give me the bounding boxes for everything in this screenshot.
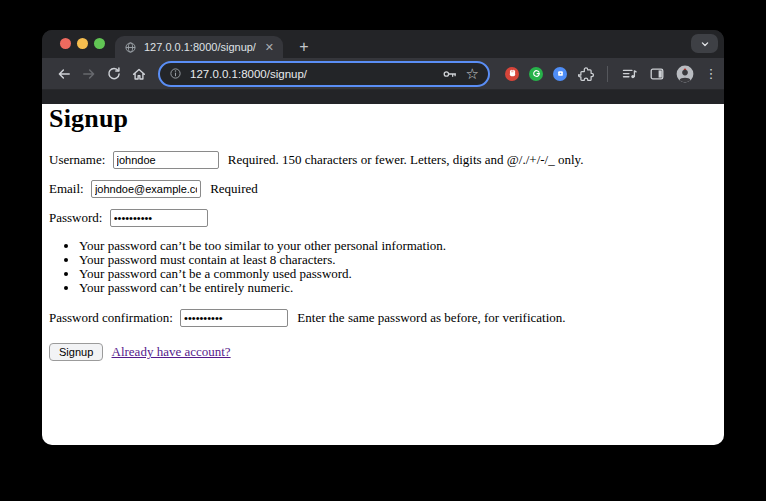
password-row: Password: bbox=[49, 209, 717, 227]
globe-favicon-icon bbox=[124, 41, 137, 54]
password-confirmation-input[interactable] bbox=[180, 309, 288, 327]
hand-stop-icon bbox=[507, 68, 518, 79]
tab-title: 127.0.0.1:8000/signup/ bbox=[144, 41, 258, 53]
email-field[interactable] bbox=[91, 180, 201, 198]
chevron-down-icon bbox=[699, 38, 711, 50]
puzzle-piece-icon bbox=[578, 66, 594, 82]
tab-strip: 127.0.0.1:8000/signup/ ✕ + bbox=[42, 30, 724, 58]
password-rule-item: Your password can’t be too similar to yo… bbox=[79, 239, 717, 252]
media-controls-button[interactable] bbox=[620, 65, 638, 83]
address-bar[interactable]: 127.0.0.1:8000/signup/ ☆ bbox=[158, 61, 490, 87]
adblock-extension-button[interactable] bbox=[505, 67, 519, 81]
password-manager-button[interactable] bbox=[442, 66, 458, 82]
username-row: Username: Required. 150 characters or fe… bbox=[49, 151, 717, 169]
email-row: Email: Required bbox=[49, 180, 717, 198]
bookmark-star-icon[interactable]: ☆ bbox=[466, 66, 479, 81]
reload-button[interactable] bbox=[101, 61, 126, 86]
back-button[interactable] bbox=[51, 61, 76, 86]
back-arrow-icon bbox=[56, 66, 72, 82]
forward-button[interactable] bbox=[76, 61, 101, 86]
info-icon bbox=[169, 67, 182, 80]
key-icon bbox=[442, 66, 458, 82]
side-panel-button[interactable] bbox=[648, 65, 666, 83]
reload-icon bbox=[106, 66, 122, 82]
browser-tab[interactable]: 127.0.0.1:8000/signup/ ✕ bbox=[115, 36, 283, 58]
window-controls bbox=[60, 38, 105, 49]
profile-avatar[interactable] bbox=[676, 65, 694, 83]
url-text: 127.0.0.1:8000/signup/ bbox=[190, 68, 307, 80]
password-rules-list: Your password can’t be too similar to yo… bbox=[49, 239, 717, 294]
password-confirmation-help-text: Enter the same password as before, for v… bbox=[297, 310, 565, 325]
password-label: Password: bbox=[49, 210, 102, 225]
app-square-icon bbox=[555, 68, 566, 79]
form-actions: Signup Already have account? bbox=[49, 343, 717, 361]
close-window-button[interactable] bbox=[60, 38, 71, 49]
username-label: Username: bbox=[49, 152, 105, 167]
page-title: Signup bbox=[49, 104, 717, 134]
signup-button[interactable]: Signup bbox=[49, 343, 103, 361]
password-rule-item: Your password can’t be a commonly used p… bbox=[79, 267, 717, 280]
extensions-menu-button[interactable] bbox=[577, 65, 595, 83]
username-help-text: Required. 150 characters or fewer. Lette… bbox=[228, 152, 584, 167]
home-button[interactable] bbox=[126, 61, 151, 86]
avatar-icon bbox=[676, 65, 694, 83]
password-confirmation-label: Password confirmation: bbox=[49, 310, 173, 325]
site-info-button[interactable] bbox=[169, 67, 182, 80]
email-label: Email: bbox=[49, 181, 84, 196]
browser-menu-button[interactable]: ⋮ bbox=[704, 66, 718, 81]
username-input[interactable] bbox=[113, 151, 219, 169]
page-content: Signup Username: Required. 150 character… bbox=[42, 104, 724, 445]
tab-list-chevron-button[interactable] bbox=[691, 34, 718, 53]
grammarly-g-icon bbox=[531, 68, 542, 79]
toolbar-divider bbox=[607, 66, 608, 82]
browser-toolbar: 127.0.0.1:8000/signup/ ☆ bbox=[42, 58, 724, 90]
new-tab-button[interactable]: + bbox=[293, 36, 315, 58]
password-confirmation-row: Password confirmation: Enter the same pa… bbox=[49, 309, 717, 327]
password-rule-item: Your password can’t be entirely numeric. bbox=[79, 281, 717, 294]
grammarly-extension-button[interactable] bbox=[529, 67, 543, 81]
email-help-text: Required bbox=[210, 181, 258, 196]
home-icon bbox=[131, 66, 147, 82]
minimize-window-button[interactable] bbox=[77, 38, 88, 49]
tab-close-icon[interactable]: ✕ bbox=[265, 42, 274, 53]
password-input[interactable] bbox=[110, 209, 208, 227]
media-playlist-icon bbox=[621, 66, 637, 82]
side-panel-icon bbox=[649, 66, 665, 82]
zoom-window-button[interactable] bbox=[94, 38, 105, 49]
extensions-area: ⋮ bbox=[505, 65, 718, 83]
browser-window: 127.0.0.1:8000/signup/ ✕ + bbox=[42, 30, 724, 445]
password-rule-item: Your password must contain at least 8 ch… bbox=[79, 253, 717, 266]
already-have-account-link[interactable]: Already have account? bbox=[112, 344, 231, 359]
blue-app-extension-button[interactable] bbox=[553, 67, 567, 81]
forward-arrow-icon bbox=[81, 66, 97, 82]
